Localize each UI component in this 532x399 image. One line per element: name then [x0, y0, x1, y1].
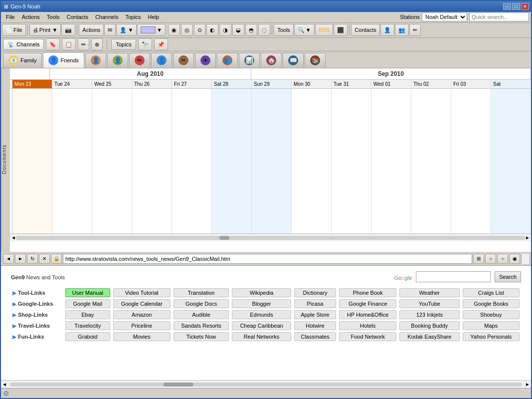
link-cell[interactable]: Google Finance — [339, 299, 396, 308]
menu-topics[interactable]: Topics — [122, 13, 144, 21]
link-cell[interactable]: Shoebuy — [463, 310, 520, 319]
scroll-thumb[interactable] — [219, 236, 229, 240]
tab-friends[interactable]: 👤 Friends — [43, 52, 84, 68]
link-cell[interactable]: Wikipedia — [232, 288, 291, 297]
browser-btn2[interactable]: ○ — [485, 254, 496, 264]
link-cell[interactable]: Google Books — [463, 299, 520, 308]
cal-col-sat28[interactable] — [212, 89, 252, 233]
contacts-dropdown[interactable]: 👤 ▼ — [116, 24, 137, 36]
link-cell[interactable]: Classmates — [294, 332, 337, 341]
refresh-button[interactable]: ↻ — [27, 254, 38, 264]
link-cell[interactable]: Hotwire — [294, 321, 337, 330]
link-cell[interactable]: Tickets Now — [174, 332, 229, 341]
close-button[interactable]: ✕ — [521, 3, 529, 10]
actions-button[interactable]: Actions — [79, 24, 104, 36]
tab-11[interactable]: 🏠 — [261, 53, 282, 68]
camera-button[interactable]: 📷 — [61, 24, 75, 36]
window-controls[interactable]: ─ □ ✕ — [503, 3, 529, 10]
cal-col-sat[interactable] — [491, 89, 531, 233]
hscroll-track[interactable] — [10, 383, 522, 387]
stop-button[interactable]: ✕ — [39, 254, 50, 264]
contact-icon2[interactable]: 👥 — [395, 24, 409, 36]
tab-10[interactable]: 📊 — [239, 53, 260, 68]
link-cell[interactable]: YouTube — [399, 299, 459, 308]
cal-col-tue31[interactable] — [332, 89, 371, 233]
browser-btn1[interactable]: ⊞ — [473, 254, 484, 264]
hscroll-thumb[interactable] — [164, 383, 193, 387]
cal-col-fri03[interactable] — [451, 89, 491, 233]
google-search-input[interactable] — [416, 271, 491, 282]
link-cell[interactable]: Dictionary — [294, 288, 337, 297]
link-cell[interactable]: Google Calendar — [113, 299, 171, 308]
contact-icon3[interactable]: ✏ — [409, 24, 421, 36]
cal-col-tue24[interactable] — [52, 89, 92, 233]
chan-icon1[interactable]: 🔖 — [46, 38, 60, 50]
cal-col-mon23[interactable] — [12, 89, 52, 233]
link-cell[interactable]: Blogger — [232, 299, 291, 308]
tab-family[interactable]: 📧 Family — [3, 53, 42, 68]
tb-nav2[interactable]: ◎ — [181, 24, 193, 36]
link-cell[interactable]: Picasa — [294, 299, 337, 308]
back-button[interactable]: ◄ — [3, 254, 14, 264]
link-cell[interactable]: HP Home&Office — [339, 310, 396, 319]
chan-icon4[interactable]: ⊗ — [91, 38, 103, 50]
menu-help[interactable]: Help — [145, 13, 163, 21]
browser-vscroll[interactable] — [521, 254, 529, 264]
link-cell[interactable]: Audible — [174, 310, 229, 319]
browser-btn3[interactable]: ○ — [497, 254, 508, 264]
forward-button[interactable]: ► — [15, 254, 26, 264]
contacts-button[interactable]: Contacts — [351, 24, 379, 36]
link-cell[interactable]: Real Networks — [232, 332, 291, 341]
link-cell[interactable]: Google Docs — [174, 299, 229, 308]
tab-4[interactable]: 👤 — [107, 53, 128, 68]
stations-select[interactable]: Noah Default — [422, 12, 467, 21]
link-cell[interactable]: Video Tutorial — [113, 288, 171, 297]
cal-col-wed01[interactable] — [371, 89, 411, 233]
cal-col-mon30[interactable] — [292, 89, 332, 233]
link-cell[interactable]: Edmunds — [232, 310, 291, 319]
link-cell[interactable]: User Manual — [65, 288, 110, 297]
link-cell[interactable]: 123 Inkjets — [399, 310, 459, 319]
channels-button[interactable]: 📡 Channels — [3, 39, 44, 50]
link-cell[interactable]: Maps — [463, 321, 520, 330]
tb-nav7[interactable]: ◓ — [245, 24, 257, 36]
link-cell[interactable]: Food Network — [339, 332, 396, 341]
contact-icon1[interactable]: 👤 — [380, 24, 394, 36]
email-button[interactable]: ✉ — [104, 24, 116, 36]
link-cell[interactable]: Google Mail — [65, 299, 110, 308]
link-cell[interactable]: Travelocity — [65, 321, 110, 330]
tab-9[interactable]: 👥 — [217, 53, 238, 68]
tab-12[interactable]: 📖 — [283, 53, 304, 68]
tab-8[interactable]: ✈ — [195, 53, 216, 68]
minimize-button[interactable]: ─ — [503, 3, 511, 10]
link-cell[interactable]: Sandals Resorts — [174, 321, 229, 330]
link-cell[interactable]: Graboid — [65, 332, 110, 341]
tb-nav4[interactable]: ◐ — [206, 24, 218, 36]
tb-nav5[interactable]: ◑ — [219, 24, 231, 36]
link-cell[interactable]: Booking Buddy — [399, 321, 459, 330]
security-button[interactable]: 🔒 — [51, 254, 62, 264]
chan-icon2[interactable]: 📋 — [62, 38, 76, 50]
color-box[interactable]: ▼ — [137, 24, 166, 36]
tb-nav8[interactable]: ◌ — [258, 24, 270, 36]
scroll-left-btn[interactable]: ◄ — [11, 235, 16, 240]
tb-nav3[interactable]: ⊙ — [194, 24, 205, 36]
tb-nav1[interactable]: ◉ — [168, 24, 180, 36]
cal-col-thu02[interactable] — [411, 89, 451, 233]
cal-col-fri27[interactable] — [172, 89, 212, 233]
chan-icon3[interactable]: ✏ — [78, 38, 89, 50]
link-cell[interactable]: Movies — [113, 332, 171, 341]
link-cell[interactable]: Hotels — [339, 321, 396, 330]
topics-button[interactable]: Topics — [111, 39, 136, 50]
tab-3[interactable]: 👤 — [85, 53, 106, 68]
link-cell[interactable]: Phone Book — [339, 288, 396, 297]
quick-search-input[interactable] — [469, 12, 529, 21]
link-cell[interactable]: Apple Store — [294, 310, 337, 319]
rss-button[interactable]: RSS — [315, 24, 334, 36]
menu-file[interactable]: File — [3, 13, 18, 21]
cal-col-wed25[interactable] — [92, 89, 132, 233]
menu-channels[interactable]: Channels — [92, 13, 121, 21]
link-cell[interactable]: Translation — [174, 288, 229, 297]
tools-button[interactable]: Tools — [274, 24, 294, 36]
link-cell[interactable]: Amazon — [113, 310, 171, 319]
